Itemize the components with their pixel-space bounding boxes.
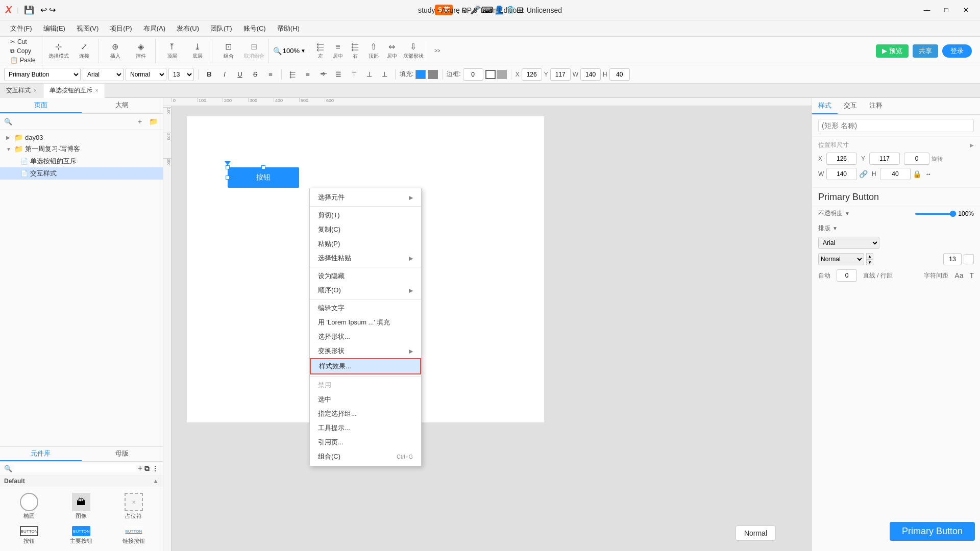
align-left-text-button[interactable]: ⬱ <box>286 68 299 81</box>
button-widget[interactable]: 按钮 <box>228 167 299 188</box>
ctx-select-shape[interactable]: 选择形状... <box>310 330 421 344</box>
font-select[interactable]: Arial <box>83 68 124 81</box>
menu-edit[interactable]: 编辑(E) <box>38 22 70 35</box>
h-coord-input[interactable]: 40 <box>609 68 630 81</box>
ctx-order[interactable]: 顺序(O) ▶ <box>310 283 421 297</box>
comp-copy-icon[interactable]: ⧉ <box>144 464 150 473</box>
menu-help[interactable]: 帮助(H) <box>272 22 305 35</box>
valign-top-button[interactable]: ⊤ <box>347 68 360 81</box>
menu-project[interactable]: 项目(P) <box>105 22 137 35</box>
h-input[interactable]: 40 <box>880 168 911 180</box>
layout-expand-icon[interactable]: ▼ <box>832 226 838 231</box>
add-page-button[interactable]: + <box>134 116 145 127</box>
italic-button[interactable]: I <box>218 68 231 81</box>
comp-add-icon[interactable]: + <box>138 464 142 473</box>
handle-br[interactable] <box>226 165 230 169</box>
fontsize-select[interactable]: 13 <box>168 68 194 81</box>
handle-bm[interactable] <box>261 165 265 169</box>
menu-team[interactable]: 团队(T) <box>205 22 237 35</box>
comp-search-input[interactable] <box>14 465 136 472</box>
shape-name-input[interactable] <box>818 119 974 132</box>
weight-up-button[interactable]: ▲ <box>866 253 873 259</box>
align-top-button[interactable]: ⇧ 顶部 <box>364 41 383 61</box>
tab-interaction-style[interactable]: 交互样式 × <box>0 84 43 98</box>
menu-layout[interactable]: 布局(A) <box>138 22 170 35</box>
tree-item-week1[interactable]: ▼ 📁 第一周复习-写博客 <box>0 143 163 155</box>
ctx-edit-text[interactable]: 编辑文字 <box>310 301 421 315</box>
close-tab-0[interactable]: × <box>34 88 37 93</box>
maximize-button[interactable]: □ <box>937 3 955 17</box>
more-button[interactable]: >> <box>430 39 445 63</box>
select-mode-button[interactable]: ⊹ 选择模式 <box>46 39 71 63</box>
zoom-value[interactable]: 100% <box>283 47 300 55</box>
w-coord-input[interactable]: 140 <box>580 68 601 81</box>
comp-section-toggle[interactable]: ▲ <box>153 478 159 485</box>
ctx-paste-special[interactable]: 选择性粘贴 ▶ <box>310 251 421 265</box>
menu-file[interactable]: 文件(F) <box>5 22 37 35</box>
comp-item-ellipse[interactable]: 椭圆 <box>4 491 54 522</box>
menu-view[interactable]: 视图(V) <box>71 22 104 35</box>
comp-item-placeholder[interactable]: ✕ 占位符 <box>109 491 159 522</box>
undo-icon[interactable]: ↩ <box>40 5 47 15</box>
ctx-lorem-ipsum[interactable]: 用 'Lorem Ipsum ...' 填充 <box>310 315 421 330</box>
comp-item-button[interactable]: BUTTON 按钮 <box>4 524 54 547</box>
paste-button[interactable]: 📋 Paste <box>8 56 38 65</box>
underline-button[interactable]: U <box>233 68 247 81</box>
strikethrough-button[interactable]: S <box>249 68 262 81</box>
align-left-button[interactable]: ⬱ 左 <box>312 41 329 61</box>
top-layer-button[interactable]: ⤒ 顶层 <box>160 39 184 63</box>
tab-radio-mutex[interactable]: 单选按钮的互斥 × <box>43 84 105 98</box>
comp-item-link-button[interactable]: BUTTON 链接按钮 <box>109 524 159 547</box>
ctx-group[interactable]: 组合(C) Ctrl+G <box>310 449 421 464</box>
font-weight-select[interactable]: Normal <box>818 253 864 265</box>
color-swatch[interactable] <box>964 254 974 264</box>
ctx-select-element[interactable]: 选择元件 ▶ <box>310 190 421 205</box>
share-button[interactable]: 共享 <box>913 44 938 58</box>
lock-proportion-icon[interactable]: 🔗 <box>859 170 868 178</box>
expand2-icon[interactable]: ↔ <box>925 170 932 178</box>
insert-button[interactable]: ⊕ 插入 <box>103 39 128 63</box>
close-button[interactable]: ✕ <box>957 3 975 17</box>
ctx-cut[interactable]: 剪切(T) <box>310 208 421 222</box>
font-size-input[interactable]: 13 <box>943 253 962 265</box>
ctx-disable[interactable]: 禁用 <box>310 378 421 392</box>
ctx-paste[interactable]: 粘贴(P) <box>310 237 421 251</box>
y-coord-input[interactable]: 117 <box>550 68 571 81</box>
stroke-width-input[interactable]: 0 <box>463 68 483 81</box>
justify-text-button[interactable]: ☰ <box>332 68 345 81</box>
control-button[interactable]: ◈ 控件 <box>129 39 153 63</box>
x-input[interactable]: 126 <box>826 153 857 165</box>
rotate-input[interactable]: 0 <box>904 153 929 165</box>
add-folder-button[interactable]: 📁 <box>148 116 159 127</box>
tree-item-interaction-style[interactable]: ▶ 📄 交互样式 <box>0 167 163 180</box>
outline-tab[interactable]: 大纲 <box>82 98 163 113</box>
fill-color-picker[interactable] <box>415 70 426 79</box>
valign-middle-button[interactable]: ⊥ <box>362 68 376 81</box>
align-right-text-button[interactable]: ⬲ <box>316 68 330 81</box>
comp-item-main-button[interactable]: BUTTON 主要按钮 <box>56 524 106 547</box>
group-button[interactable]: ⊡ 组合 <box>216 39 241 63</box>
align-middle-button[interactable]: ⇔ 居中 <box>384 41 400 61</box>
opacity-slider[interactable] <box>915 213 956 215</box>
redo-icon[interactable]: ↪ <box>49 5 56 15</box>
comp-more-icon[interactable]: ⋮ <box>152 464 159 472</box>
style-tab[interactable]: 样式 <box>812 98 838 114</box>
list-button[interactable]: ≡ <box>264 68 277 81</box>
ctx-select-radio[interactable]: 选中 <box>310 392 421 407</box>
ungroup-button[interactable]: ⊟ 取消组合 <box>242 39 266 63</box>
weight-down-button[interactable]: ▼ <box>866 259 873 265</box>
components-tab[interactable]: 元件库 <box>0 447 82 461</box>
menu-publish[interactable]: 发布(U) <box>172 22 204 35</box>
expand-icon[interactable]: ▶ <box>970 142 974 148</box>
ctx-hide[interactable]: 设为隐藏 <box>310 269 421 283</box>
login-button[interactable]: 登录 <box>942 44 972 58</box>
valign-bottom-button[interactable]: ⊥ <box>378 68 391 81</box>
opacity-thumb[interactable] <box>950 211 956 217</box>
cut-button[interactable]: ✂ Cut <box>8 37 38 46</box>
font-family-select[interactable]: Arial <box>818 237 879 249</box>
pages-tab[interactable]: 页面 <box>0 98 82 113</box>
ctx-assign-group[interactable]: 指定选择组... <box>310 407 421 421</box>
ctx-transform-shape[interactable]: 变换形状 ▶ <box>310 344 421 358</box>
pages-search-input[interactable] <box>14 118 132 125</box>
close-tab-1[interactable]: × <box>95 88 99 93</box>
